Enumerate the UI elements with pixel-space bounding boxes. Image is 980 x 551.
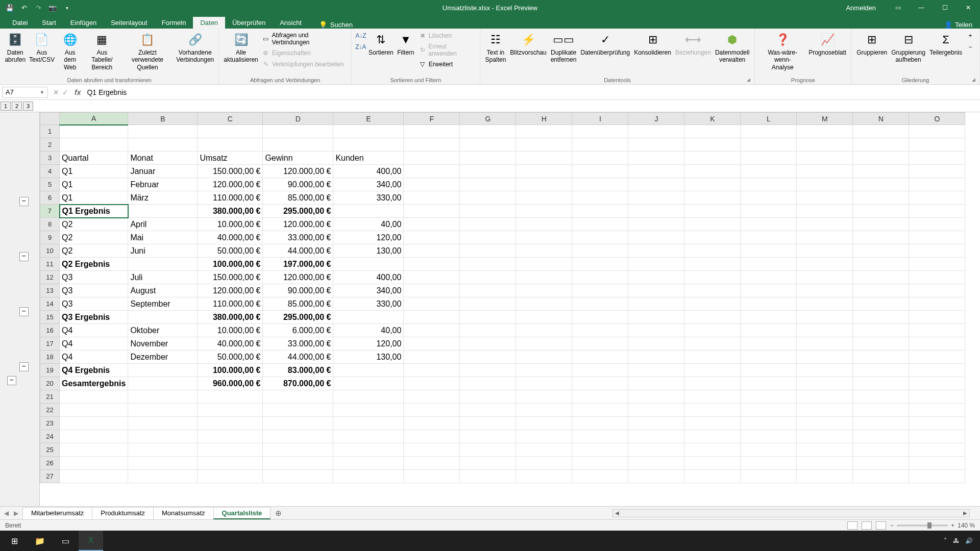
cell[interactable] [853,404,909,417]
cell[interactable] [909,152,965,165]
cell[interactable]: Q1 [60,165,128,178]
cell[interactable] [797,457,853,470]
sheet-nav-next-icon[interactable]: ▶ [14,510,18,517]
cell[interactable]: 44.000,00 € [263,244,333,258]
row-header[interactable]: 12 [40,271,60,284]
cell[interactable] [628,231,684,244]
cell[interactable] [684,284,741,297]
column-header[interactable]: C [198,113,263,125]
properties-button[interactable]: ⚙Eigenschaften [260,48,348,58]
cell[interactable] [516,443,572,457]
cell[interactable] [333,258,404,271]
cell[interactable]: 40.000,00 € [198,337,263,350]
cell[interactable]: August [128,284,198,297]
show-detail-button[interactable]: + [964,31,976,41]
cell[interactable] [460,430,516,443]
cell[interactable]: Q1 [60,191,128,205]
cell[interactable] [797,470,853,483]
cell[interactable] [128,443,198,457]
cell[interactable] [741,205,797,218]
dialog-launcher-icon[interactable]: ◢ [972,77,975,82]
cell[interactable] [741,218,797,231]
cell[interactable] [460,205,516,218]
cell[interactable] [516,125,572,138]
cell[interactable] [909,244,965,258]
cell[interactable]: 33.000,00 € [263,337,333,350]
cell[interactable] [628,271,684,284]
cell[interactable] [909,430,965,443]
cell[interactable] [741,470,797,483]
cell[interactable] [909,218,965,231]
cell[interactable] [853,297,909,311]
cell[interactable]: 50.000,00 € [198,244,263,258]
cell[interactable]: Q1 [60,178,128,191]
cell[interactable] [572,165,628,178]
cell[interactable] [628,178,684,191]
cell[interactable] [460,284,516,297]
cell[interactable]: Quartal [60,152,128,165]
cell[interactable] [516,138,572,152]
column-header[interactable]: N [853,113,909,125]
scroll-right-icon[interactable]: ▶ [961,510,969,516]
cell[interactable] [263,125,333,138]
cell[interactable] [741,457,797,470]
cell[interactable] [198,430,263,443]
cell[interactable] [741,443,797,457]
cell[interactable] [909,191,965,205]
queries-connections-button[interactable]: ▭Abfragen und Verbindungen [260,31,348,47]
cell[interactable] [516,178,572,191]
cell[interactable] [572,125,628,138]
cell[interactable] [628,390,684,404]
cell[interactable]: 110.000,00 € [198,297,263,311]
cell[interactable]: 295.000,00 € [263,311,333,324]
tab-start[interactable]: Start [35,17,63,29]
cell[interactable] [741,258,797,271]
cell[interactable] [460,244,516,258]
column-header[interactable]: F [404,113,460,125]
cell[interactable]: 90.000,00 € [263,178,333,191]
cell[interactable] [797,178,853,191]
cell[interactable]: 100.000,00 € [198,364,263,377]
from-web-button[interactable]: 🌐Aus demWeb [56,31,84,72]
cell[interactable] [128,404,198,417]
row-header[interactable]: 11 [40,258,60,271]
cell[interactable]: Februar [128,178,198,191]
cell[interactable] [909,377,965,390]
sheet-tab[interactable]: Monatsumsatz [153,507,214,519]
cell[interactable]: 870.000,00 € [263,377,333,390]
cell[interactable] [516,297,572,311]
cell[interactable]: April [128,218,198,231]
cell[interactable] [333,377,404,390]
cell[interactable] [909,271,965,284]
cell[interactable] [572,138,628,152]
cell[interactable] [404,231,460,244]
share-button[interactable]: 👤 Teilen [944,21,972,29]
cell[interactable] [628,324,684,337]
cell[interactable] [909,470,965,483]
refresh-all-button[interactable]: 🔄Alleaktualisieren [222,31,260,65]
cell[interactable] [628,364,684,377]
cell[interactable] [853,470,909,483]
cell[interactable] [263,470,333,483]
cell[interactable] [460,470,516,483]
cell[interactable]: Q3 [60,284,128,297]
cell[interactable]: Q4 [60,337,128,350]
cell[interactable] [572,377,628,390]
cell[interactable]: Q2 [60,218,128,231]
cell[interactable] [263,417,333,430]
cell[interactable]: 120.000,00 € [198,284,263,297]
cell[interactable] [853,324,909,337]
cell[interactable] [516,311,572,324]
tab-file[interactable]: Datei [5,17,35,29]
cell[interactable] [628,138,684,152]
collapse-button[interactable]: − [19,362,29,371]
cell[interactable]: 960.000,00 € [198,377,263,390]
edit-links-button[interactable]: ✎Verknüpfungen bearbeiten [260,59,348,69]
cell[interactable]: 10.000,00 € [198,324,263,337]
cell[interactable] [460,417,516,430]
cell[interactable] [516,284,572,297]
cell[interactable]: Q3 [60,297,128,311]
cell[interactable] [404,404,460,417]
name-box[interactable]: A7 ▼ [2,87,48,98]
cell[interactable] [741,125,797,138]
